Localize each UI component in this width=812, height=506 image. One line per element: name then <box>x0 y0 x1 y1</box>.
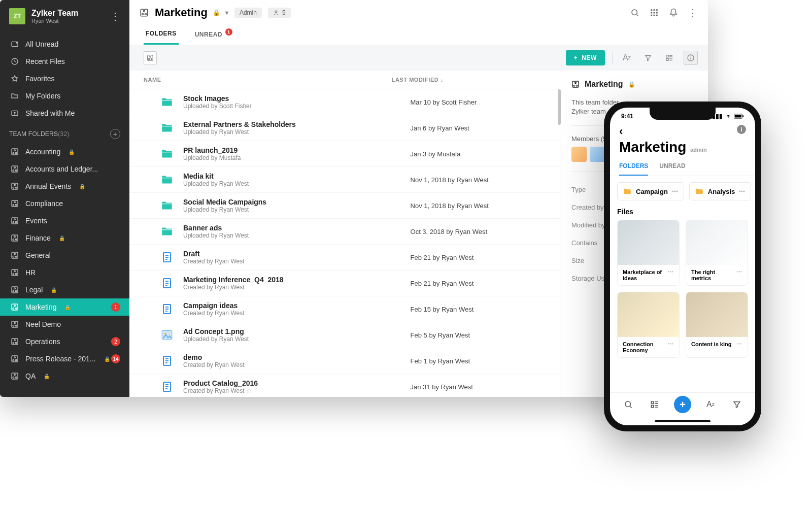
team-menu-icon[interactable]: ⋮ <box>110 10 120 22</box>
svg-point-26 <box>15 239 17 240</box>
nav-my-folders[interactable]: My Folders <box>0 87 129 105</box>
mobile-search-icon[interactable] <box>621 397 635 412</box>
overflow-menu-icon[interactable]: ⋮ <box>688 8 698 18</box>
file-modified: Nov 1, 2018 by Ryan West <box>411 202 547 210</box>
sidebar-item-compliance[interactable]: Compliance <box>0 195 129 212</box>
details-row-label: Created by <box>571 204 604 211</box>
mobile-time: 9:41 <box>621 113 633 120</box>
mobile-folder-name: Campaign <box>636 188 668 195</box>
thumbnail <box>686 292 748 337</box>
avatar[interactable] <box>590 147 605 162</box>
sidebar-item-finance[interactable]: Finance 🔒 <box>0 229 129 247</box>
scrollbar[interactable] <box>558 89 561 125</box>
sidebar-item-annual-events[interactable]: Annual Events 🔒 <box>0 178 129 195</box>
svg-point-92 <box>575 82 577 84</box>
more-icon[interactable]: ⋯ <box>668 341 674 353</box>
filter-icon[interactable] <box>641 51 655 65</box>
search-icon[interactable] <box>630 8 640 18</box>
team-folder-icon <box>10 164 19 174</box>
sidebar-item-label: Events <box>25 217 47 225</box>
info-icon[interactable]: i <box>737 125 746 134</box>
doc-icon <box>160 380 174 394</box>
column-name[interactable]: NAME <box>144 77 392 83</box>
file-list-pane: NAME LAST MODIFIED ↓ Stock Images Upload… <box>129 71 561 397</box>
file-name: Product Catalog_2016 <box>183 379 401 387</box>
svg-point-64 <box>275 11 277 13</box>
sidebar-item-label: General <box>25 251 51 259</box>
svg-point-46 <box>15 325 17 326</box>
back-button[interactable]: ‹ <box>619 125 623 138</box>
file-name: Ad Concept 1.png <box>183 327 401 335</box>
sidebar-item-hr[interactable]: HR <box>0 264 129 281</box>
mobile-file-card[interactable]: Marketplace of ideas ⋯ <box>617 220 680 286</box>
svg-point-45 <box>13 325 14 326</box>
mobile-screen: 9:41 ▮▮▮ ‹ i Marketing admin FOLDE <box>610 108 755 425</box>
lock-icon: 🔒 <box>51 287 57 293</box>
sidebar-item-operations[interactable]: Operations 2 <box>0 333 129 350</box>
mobile-add-button[interactable]: + <box>674 396 691 413</box>
more-icon[interactable]: ⋯ <box>668 269 674 281</box>
sidebar-item-accounts-and-ledger-[interactable]: Accounts and Ledger... <box>0 160 129 178</box>
file-row[interactable]: Stock Images Uploaded by Scott Fisher Ma… <box>129 89 561 115</box>
info-panel-toggle-icon[interactable] <box>684 51 698 65</box>
sidebar-item-events[interactable]: Events <box>0 212 129 229</box>
sidebar-item-neel-demo[interactable]: Neel Demo <box>0 316 129 333</box>
more-icon[interactable]: ⋯ <box>739 188 746 195</box>
sidebar-item-marketing[interactable]: Marketing 🔒 1 <box>0 298 129 316</box>
file-row[interactable]: Draft Created by Ryan West Feb 21 by Rya… <box>129 245 561 271</box>
primary-nav: All Unread Recent Files Favorites My Fol… <box>0 32 129 122</box>
chevron-down-icon[interactable]: ▾ <box>225 9 228 16</box>
add-team-folder-button[interactable]: + <box>110 129 120 139</box>
tab-unread[interactable]: UNREAD 1 <box>193 27 234 45</box>
mobile-sort-icon[interactable]: AZ <box>703 397 718 412</box>
file-row[interactable]: demo Created by Ryan West Feb 1 by Ryan … <box>129 348 561 374</box>
lock-icon: 🔒 <box>69 149 75 155</box>
tab-folders[interactable]: FOLDERS <box>144 26 179 45</box>
sidebar-item-general[interactable]: General <box>0 247 129 264</box>
nav-label: Shared with Me <box>25 109 75 117</box>
view-list-icon[interactable] <box>662 51 676 65</box>
more-icon[interactable]: ⋯ <box>736 269 742 281</box>
mobile-file-card[interactable]: Connection Economy ⋯ <box>617 292 680 358</box>
avatar[interactable] <box>571 147 587 162</box>
more-icon[interactable]: ⋯ <box>672 188 679 195</box>
column-last-modified[interactable]: LAST MODIFIED ↓ <box>392 77 547 83</box>
file-row[interactable]: Banner ads Uploaded by Ryan West Oct 3, … <box>129 219 561 245</box>
mobile-folder-chip[interactable]: Analysis ⋯ <box>689 182 751 200</box>
mobile-tab-folders[interactable]: FOLDERS <box>619 162 648 176</box>
file-modified: Feb 21 by Ryan West <box>411 254 547 261</box>
svg-point-58 <box>15 377 17 378</box>
file-row[interactable]: PR launch_2019 Uploaded by Mustafa Jan 3… <box>129 141 561 167</box>
file-row[interactable]: Social Media Campaigns Uploaded by Ryan … <box>129 193 561 219</box>
file-row[interactable]: Ad Concept 1.png Uploaded by Ryan West F… <box>129 322 561 348</box>
file-row[interactable]: Campaign ideas Created by Ryan West Feb … <box>129 296 561 322</box>
nav-all-unread[interactable]: All Unread <box>0 36 129 53</box>
mobile-filter-icon[interactable] <box>730 397 744 412</box>
new-button[interactable]: + NEW <box>566 50 605 65</box>
file-row[interactable]: Media kit Uploaded by Ryan West Nov 1, 2… <box>129 167 561 193</box>
sidebar-item-accounting[interactable]: Accounting 🔒 <box>0 143 129 160</box>
home-indicator[interactable] <box>655 420 710 422</box>
mobile-file-card[interactable]: Content is king ⋯ <box>686 292 748 358</box>
file-row[interactable]: Marketing Inference_Q4_2018 Created by R… <box>129 271 561 296</box>
mobile-file-card[interactable]: The right metrics ⋯ <box>686 220 748 286</box>
nav-shared-with-me[interactable]: Shared with Me <box>0 105 129 122</box>
sidebar-item-legal[interactable]: Legal 🔒 <box>0 281 129 298</box>
mobile-view-icon[interactable] <box>648 397 662 412</box>
breadcrumb-root-icon[interactable] <box>144 51 157 64</box>
bell-icon[interactable] <box>668 8 679 18</box>
svg-rect-73 <box>654 15 655 16</box>
mobile-folder-name: Analysis <box>708 188 735 195</box>
file-row[interactable]: Product Catalog_2016 Created by Ryan Wes… <box>129 374 561 397</box>
mobile-tab-unread[interactable]: UNREAD <box>659 162 685 176</box>
sidebar-item-press-release-201-[interactable]: Press Release - 201... 🔒 14 <box>0 350 129 367</box>
members-chip[interactable]: 5 <box>268 8 291 18</box>
apps-grid-icon[interactable] <box>649 8 659 18</box>
file-row[interactable]: External Partners & Stakeholders Uploade… <box>129 115 561 141</box>
nav-favorites[interactable]: Favorites <box>0 70 129 87</box>
mobile-folder-chip[interactable]: Campaign ⋯ <box>617 182 684 200</box>
more-icon[interactable]: ⋯ <box>736 341 742 348</box>
nav-recent-files[interactable]: Recent Files <box>0 53 129 70</box>
sidebar-item-qa[interactable]: QA 🔒 <box>0 367 129 385</box>
sort-az-icon[interactable]: AZ <box>620 51 634 65</box>
